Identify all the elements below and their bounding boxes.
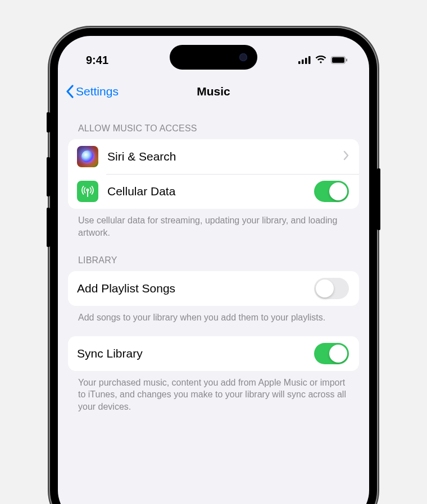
siri-icon <box>77 146 98 167</box>
row-cellular-data: Cellular Data <box>68 174 359 209</box>
screen: 9:41 Settings Music Allow Music t <box>58 36 369 504</box>
dynamic-island <box>170 45 257 70</box>
front-camera <box>239 53 247 61</box>
group-sync-library: Sync Library <box>68 336 359 371</box>
section-footer: Use cellular data for streaming, updatin… <box>68 209 359 239</box>
row-label: Cellular Data <box>107 185 305 198</box>
row-siri-search[interactable]: Siri & Search <box>68 139 359 174</box>
sync-library-toggle[interactable] <box>314 343 349 364</box>
svg-rect-5 <box>332 57 344 63</box>
wifi-icon <box>315 54 326 67</box>
section-header-access: Allow Music to Access <box>68 107 359 139</box>
section-footer: Add songs to your library when you add t… <box>68 306 359 324</box>
antenna-icon <box>77 181 98 202</box>
add-playlist-toggle[interactable] <box>314 278 349 299</box>
chevron-right-icon <box>343 150 349 163</box>
svg-rect-2 <box>305 58 307 64</box>
status-time: 9:41 <box>86 54 108 67</box>
group-add-playlist: Add Playlist Songs <box>68 271 359 306</box>
mute-switch <box>47 112 50 132</box>
phone-frame: 9:41 Settings Music Allow Music t <box>50 28 377 504</box>
row-label: Sync Library <box>77 347 305 360</box>
page-title: Music <box>197 85 230 98</box>
cellular-signal-icon <box>298 54 311 67</box>
settings-content: Allow Music to Access Siri & Search Cell… <box>58 107 369 413</box>
volume-down-button <box>47 208 50 247</box>
nav-bar: Settings Music <box>58 76 369 107</box>
row-label: Siri & Search <box>107 150 334 163</box>
chevron-left-icon <box>66 85 74 98</box>
svg-rect-6 <box>346 58 347 61</box>
group-access: Siri & Search Cellular Data <box>68 139 359 209</box>
svg-rect-0 <box>298 61 301 64</box>
svg-rect-1 <box>302 59 304 64</box>
power-button <box>377 168 380 230</box>
row-label: Add Playlist Songs <box>77 282 305 295</box>
back-label: Settings <box>76 85 119 98</box>
cellular-data-toggle[interactable] <box>314 181 349 202</box>
section-footer: Your purchased music, content you add fr… <box>68 371 359 413</box>
section-header-library: Library <box>68 239 359 271</box>
volume-up-button <box>47 157 50 196</box>
row-add-playlist-songs: Add Playlist Songs <box>68 271 359 306</box>
row-sync-library: Sync Library <box>68 336 359 371</box>
back-button[interactable]: Settings <box>66 85 119 98</box>
battery-icon <box>331 54 348 67</box>
svg-rect-3 <box>308 56 311 64</box>
